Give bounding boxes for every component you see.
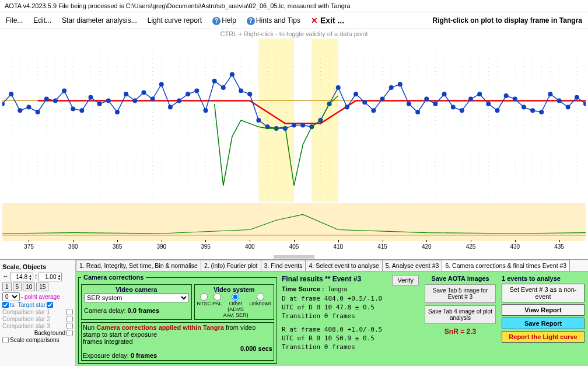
bg-label: Background	[34, 330, 65, 336]
tab-3[interactable]: 3. Find events	[261, 260, 306, 271]
svg-point-135	[575, 95, 579, 100]
svg-point-103	[292, 123, 296, 127]
svg-point-118	[424, 97, 429, 102]
svg-point-87	[150, 97, 155, 102]
svg-point-129	[522, 105, 526, 110]
scale-btn-15[interactable]: 15	[36, 283, 48, 291]
svg-point-119	[433, 102, 438, 106]
x-axis: 375380385390395400405410415420425430435	[2, 242, 586, 254]
scale-y-spinner[interactable]: ▲▼	[38, 273, 62, 281]
svg-point-133	[557, 98, 562, 103]
svg-point-115	[398, 82, 402, 86]
tabs: 1. Read, Integrity, Set time, Bin & norm…	[76, 260, 588, 271]
radio-unknown[interactable]	[257, 293, 264, 301]
svg-point-72	[18, 108, 22, 113]
svg-point-98	[247, 92, 252, 96]
chk-scale-comp[interactable]	[2, 337, 9, 343]
scale-comp-label: Scale comparisons	[10, 337, 59, 343]
d-transition: Transition 0 frames	[282, 312, 419, 320]
menu-help[interactable]: ?Help	[212, 16, 236, 25]
main-chart[interactable]	[2, 39, 586, 202]
menu-hints[interactable]: ?Hints and Tips	[247, 16, 300, 25]
d-utc: UTC of D 0 10 47.8 ± 0.5	[282, 304, 419, 311]
scale-x-spinner[interactable]: ▲▼	[10, 273, 33, 281]
menu-exit[interactable]: ✕Exit ...	[311, 16, 344, 25]
svg-point-93	[203, 108, 208, 113]
svg-point-111	[362, 100, 367, 104]
tab-content: Camera corrections Video camera SER syst…	[76, 271, 588, 366]
verify-button[interactable]: Verify	[392, 275, 419, 285]
video-camera-select[interactable]: SER system	[84, 293, 189, 302]
up-down-icon[interactable]: ↕	[34, 273, 38, 281]
point-avg-select[interactable]: 0	[2, 292, 20, 301]
svg-point-123	[468, 97, 473, 102]
tab-4[interactable]: 4. Select event to analyse	[305, 260, 382, 271]
svg-point-120	[442, 92, 447, 96]
chk-bg[interactable]	[66, 330, 73, 336]
svg-point-83	[115, 110, 120, 114]
svg-point-117	[415, 110, 420, 114]
video-camera-label: Video camera	[84, 286, 189, 293]
tab-6[interactable]: 6. Camera corrections & final times Even…	[442, 260, 570, 271]
r-transition: Transition 0 frames	[282, 343, 419, 351]
menu-star-diameter[interactable]: Star diameter analysis...	[62, 16, 137, 25]
comp1-label: Comparison star 1	[2, 309, 50, 315]
menu-light-curve[interactable]: Light curve report	[148, 16, 202, 25]
svg-point-132	[548, 92, 552, 96]
save-tab4-button[interactable]: Save Tab 4 image of plot analysis	[425, 305, 496, 324]
svg-point-108	[336, 85, 341, 90]
svg-point-112	[371, 108, 376, 113]
svg-point-94	[212, 79, 217, 83]
help-icon: ?	[247, 17, 255, 25]
view-report-button[interactable]: View Report	[502, 304, 584, 316]
svg-point-104	[300, 123, 305, 127]
svg-point-95	[221, 85, 226, 90]
svg-point-116	[407, 102, 411, 106]
svg-point-86	[141, 90, 146, 95]
tab-1[interactable]: 1. Read, Integrity, Set time, Bin & norm…	[76, 260, 201, 271]
tab-5[interactable]: 5. Analyse event #3	[382, 260, 443, 271]
scale-btn-5[interactable]: 5	[13, 283, 22, 291]
save-tab5-button[interactable]: Save Tab 5 image for Event # 3	[425, 284, 496, 303]
chk-comp3[interactable]	[66, 323, 73, 329]
scale-btn-1[interactable]: 1	[2, 283, 12, 291]
svg-point-127	[504, 93, 509, 98]
report-lightcurve-button[interactable]: Report the Light curve	[502, 331, 584, 343]
bottom-panel: Scale, Objects ↔ ▲▼ ↕ ▲▼ 1 5 10 15 0 - p…	[0, 259, 588, 366]
radio-ntsc[interactable]	[200, 293, 208, 301]
set-nonevent-button[interactable]: Set Event # 3 as a non-event	[502, 284, 584, 302]
svg-point-79	[79, 108, 84, 113]
scale-header: Scale, Objects	[2, 262, 73, 271]
secs-value: 0.000 secs	[83, 345, 272, 352]
radio-other[interactable]	[232, 293, 239, 301]
chk-comp1[interactable]	[66, 309, 73, 315]
menu-file[interactable]: File...	[6, 16, 23, 25]
svg-point-76	[53, 98, 58, 103]
chk-comp2[interactable]	[66, 316, 73, 322]
menu-edit[interactable]: Edit...	[33, 16, 51, 25]
radio-pal[interactable]	[214, 293, 221, 301]
chk-unknown[interactable]	[2, 302, 9, 308]
events-header: 1 events to analyse	[502, 275, 584, 282]
svg-point-109	[345, 105, 349, 110]
chk-target[interactable]	[47, 302, 53, 308]
target-star-label: Target star	[18, 302, 46, 308]
left-right-icon[interactable]: ↔	[2, 273, 9, 281]
d-frame: D at frame 404.0 +0.5/-1.0	[282, 295, 419, 302]
exposure-delay: Exposure delay: 0 frames	[83, 352, 272, 359]
scrollbar-thumb[interactable]	[274, 255, 314, 259]
right-click-hint: Right-click on plot to display frame in …	[433, 16, 582, 25]
svg-point-113	[380, 97, 385, 102]
svg-point-73	[26, 105, 31, 110]
final-results: Verify Final results ** Event #3 Time So…	[279, 273, 421, 365]
svg-point-110	[354, 92, 358, 96]
tab-2[interactable]: 2. (info) Fourier plot	[201, 260, 261, 271]
svg-point-125	[486, 102, 491, 106]
scale-btn-10[interactable]: 10	[23, 283, 35, 291]
save-report-button[interactable]: Save Report	[502, 318, 584, 329]
svg-point-92	[194, 89, 199, 93]
svg-point-122	[460, 108, 464, 113]
chart-area[interactable]	[2, 39, 586, 242]
svg-point-82	[106, 98, 111, 103]
svg-point-85	[132, 98, 137, 103]
